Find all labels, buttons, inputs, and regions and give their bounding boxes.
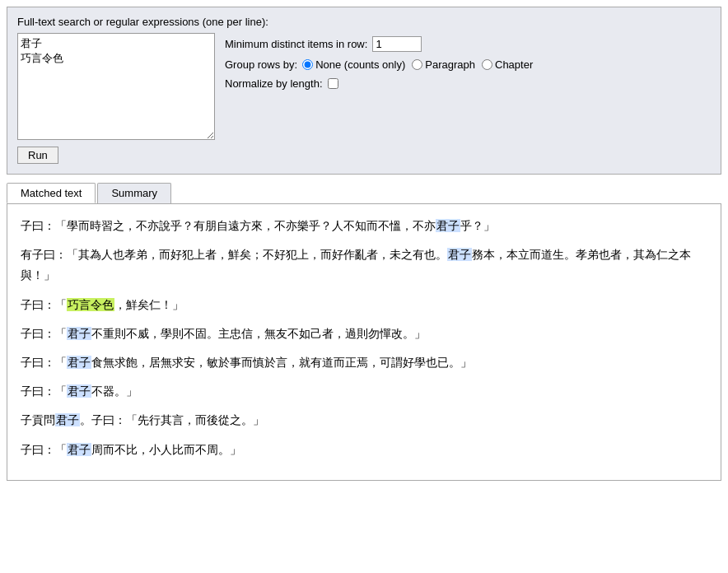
highlight-qiaoyanse: 巧言令色	[67, 298, 114, 311]
highlight-junzi: 君子	[447, 248, 472, 261]
highlight-junzi: 君子	[67, 384, 91, 398]
tab-matched-text[interactable]: Matched text	[7, 183, 96, 203]
result-text: 子貢問	[21, 413, 55, 426]
result-text: 子曰：「	[21, 327, 67, 340]
normalize-row: Normalize by length:	[225, 77, 533, 90]
result-row-7: 子曰：「君子周而不比，小人比而不周。」	[21, 440, 707, 460]
group-paragraph-label[interactable]: Paragraph	[412, 58, 475, 71]
result-text: 子曰：「	[21, 443, 67, 456]
normalize-checkbox[interactable]	[328, 78, 338, 89]
search-panel: Full-text search or regular expressions …	[7, 7, 721, 175]
search-textarea[interactable]: 君子 巧言令色	[17, 33, 215, 140]
result-row-5: 子曰：「君子不器。」	[21, 381, 707, 402]
result-text: 有子曰：「其為人也孝弟，而好犯上者，鮮矣；不好犯上，而好作亂者，未之有也。	[21, 248, 447, 261]
run-button[interactable]: Run	[17, 147, 58, 164]
search-panel-body: 君子 巧言令色 Minimum distinct items in row: G…	[17, 33, 711, 140]
run-btn-row: Run	[17, 147, 711, 164]
result-text: 食無求飽，居無求安，敏於事而慎於言，就有道而正焉，可謂好學也已。」	[91, 356, 472, 369]
group-rows-options: None (counts only) Paragraph Chapter	[302, 58, 533, 71]
search-options: Minimum distinct items in row: Group row…	[225, 33, 533, 90]
tab-summary[interactable]: Summary	[97, 183, 171, 203]
result-text: 子曰：「	[21, 298, 67, 311]
normalize-label: Normalize by length:	[225, 77, 323, 90]
result-row-1: 有子曰：「其為人也孝弟，而好犯上者，鮮矣；不好犯上，而好作亂者，未之有也。君子務…	[21, 245, 707, 286]
result-row-2: 子曰：「巧言令色，鮮矣仁！」	[21, 295, 707, 315]
results-panel: 子曰：「學而時習之，不亦說乎？有朋自遠方來，不亦樂乎？人不知而不慍，不亦君子乎？…	[7, 203, 721, 481]
result-text: ，鮮矣仁！」	[114, 298, 184, 311]
group-paragraph-radio[interactable]	[412, 59, 422, 70]
group-none-radio[interactable]	[302, 59, 313, 70]
result-text: 不器。」	[91, 384, 138, 398]
group-none-label[interactable]: None (counts only)	[302, 58, 405, 71]
group-chapter-label[interactable]: Chapter	[482, 58, 533, 71]
group-chapter-radio[interactable]	[482, 59, 492, 70]
search-panel-title: Full-text search or regular expressions …	[17, 16, 711, 28]
result-row-0: 子曰：「學而時習之，不亦說乎？有朋自遠方來，不亦樂乎？人不知而不慍，不亦君子乎？…	[21, 216, 707, 236]
highlight-junzi: 君子	[67, 327, 91, 340]
min-distinct-label: Minimum distinct items in row:	[225, 38, 367, 50]
group-rows-row: Group rows by: None (counts only) Paragr…	[225, 58, 533, 71]
highlight-junzi: 君子	[67, 356, 91, 369]
min-distinct-input[interactable]	[372, 36, 422, 52]
result-text: 乎？」	[460, 219, 495, 232]
highlight-junzi: 君子	[67, 443, 91, 456]
result-text: 周而不比，小人比而不周。」	[91, 443, 241, 456]
result-row-4: 子曰：「君子食無求飽，居無求安，敏於事而慎於言，就有道而正焉，可謂好學也已。」	[21, 352, 707, 373]
group-rows-label: Group rows by:	[225, 58, 297, 71]
result-text: 。子曰：「先行其言，而後從之。」	[80, 413, 264, 426]
result-text: 子曰：「學而時習之，不亦說乎？有朋自遠方來，不亦樂乎？人不知而不慍，不亦	[21, 219, 436, 232]
result-text: 子曰：「	[21, 384, 67, 398]
result-row-6: 子貢問君子。子曰：「先行其言，而後從之。」	[21, 410, 707, 431]
result-text: 子曰：「	[21, 356, 67, 369]
tabs-row: Matched text Summary	[7, 183, 721, 203]
highlight-junzi: 君子	[55, 413, 80, 426]
highlight-junzi: 君子	[436, 219, 460, 232]
result-row-3: 子曰：「君子不重則不威，學則不固。主忠信，無友不如己者，過則勿憚改。」	[21, 324, 707, 344]
result-text: 不重則不威，學則不固。主忠信，無友不如己者，過則勿憚改。」	[91, 327, 426, 340]
min-distinct-row: Minimum distinct items in row:	[225, 36, 533, 52]
